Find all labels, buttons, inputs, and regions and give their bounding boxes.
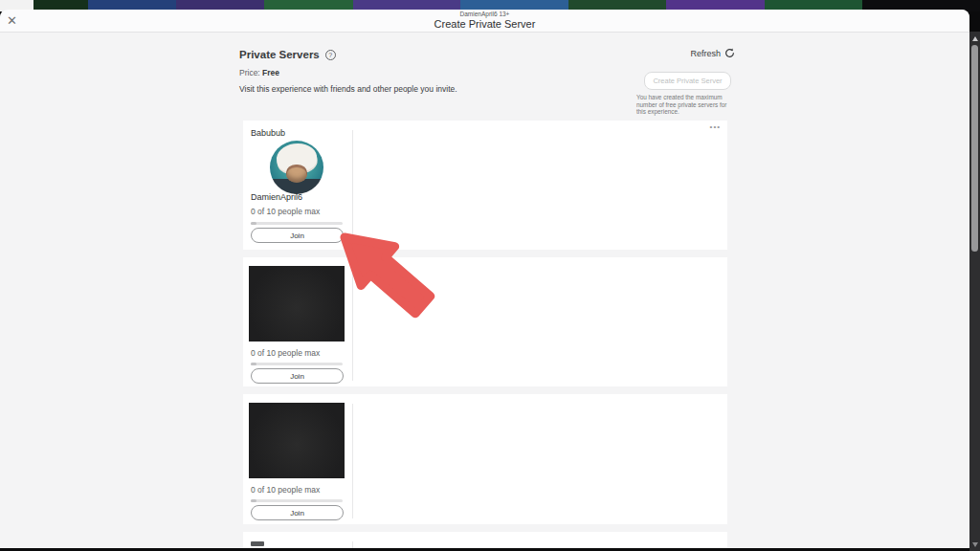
redacted-thumbnail <box>249 403 345 478</box>
card-info-column: 0 of 10 people max Join <box>243 257 352 386</box>
refresh-label: Refresh <box>690 49 721 58</box>
private-servers-section-header: Private Servers ? Price: Free Visit this… <box>239 49 641 94</box>
create-private-server-button[interactable]: Create Private Server <box>644 72 731 90</box>
redacted-thumbnail <box>249 266 345 342</box>
card-divider <box>352 267 353 381</box>
owner-avatar <box>270 141 323 194</box>
modal-body: Private Servers ? Price: Free Visit this… <box>0 33 969 548</box>
private-server-card-partial <box>243 532 727 548</box>
capacity-label: 0 of 10 people max <box>251 207 320 216</box>
modal-header: ✕ DamienApril6 13+ Create Private Server <box>0 10 969 33</box>
capacity-label: 0 of 10 people max <box>251 485 320 495</box>
modal-title: Create Private Server <box>0 18 969 31</box>
private-server-card: 0 of 10 people max Join <box>243 394 727 524</box>
refresh-button[interactable]: Refresh <box>636 45 735 62</box>
private-server-card: 0 of 10 people max Join <box>243 257 727 386</box>
refresh-icon <box>724 45 735 62</box>
owner-name: DamienApril6 <box>251 192 302 202</box>
join-button[interactable]: Join <box>251 505 344 520</box>
capacity-progress-bar <box>251 499 343 502</box>
create-button-note: You have created the maximum number of f… <box>636 94 735 116</box>
experience-name-label: DamienApril6 13+ <box>0 11 969 18</box>
capacity-progress-bar <box>251 222 343 225</box>
card-divider <box>352 130 353 244</box>
screen: ✕ DamienApril6 13+ Create Private Server… <box>0 0 980 551</box>
capacity-progress-bar <box>251 363 343 365</box>
server-name: Babubub <box>251 128 285 138</box>
card-info-column: 0 of 10 people max Join <box>243 394 352 524</box>
section-heading: Private Servers <box>239 49 320 60</box>
create-private-server-modal: ✕ DamienApril6 13+ Create Private Server… <box>0 10 969 548</box>
price-value: Free <box>262 68 279 77</box>
private-server-list: Babubub DamienApril6 0 of 10 people max … <box>243 121 727 548</box>
scrollbar-thumb[interactable] <box>971 45 978 252</box>
price-label: Price: <box>239 68 260 77</box>
capacity-label: 0 of 10 people max <box>251 348 320 358</box>
private-server-card: Babubub DamienApril6 0 of 10 people max … <box>243 121 727 250</box>
help-icon[interactable]: ? <box>325 50 336 60</box>
modal-title-stack: DamienApril6 13+ Create Private Server <box>0 11 969 31</box>
card-menu-icon[interactable]: ••• <box>710 122 721 132</box>
card-divider <box>352 404 353 518</box>
partial-server-name <box>251 541 264 546</box>
join-button[interactable]: Join <box>251 368 344 384</box>
scrollbar[interactable] <box>969 32 980 551</box>
scrollbar-down-arrow-icon[interactable] <box>972 542 978 547</box>
card-info-column: Babubub DamienApril6 0 of 10 people max … <box>243 121 352 250</box>
join-button[interactable]: Join <box>251 228 344 243</box>
price-line: Price: Free <box>239 68 641 77</box>
section-description: Visit this experience with friends and o… <box>239 84 641 94</box>
card-divider <box>352 541 353 548</box>
scrollbar-up-arrow-icon[interactable] <box>972 36 978 41</box>
server-actions: Refresh Create Private Server You have c… <box>636 45 735 116</box>
